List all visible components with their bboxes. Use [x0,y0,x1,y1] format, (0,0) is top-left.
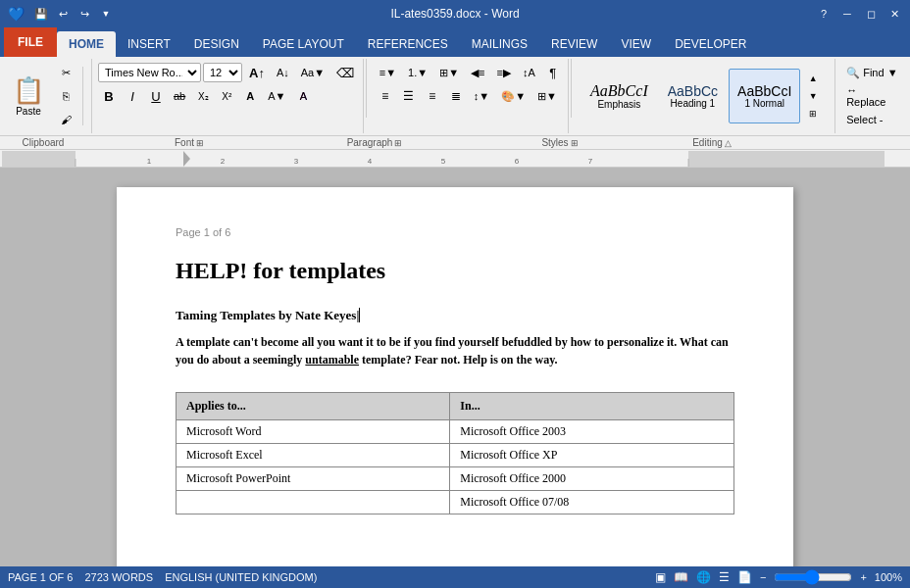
page[interactable]: Page 1 of 6 HELP! for templates Taming T… [117,187,793,566]
table-row: Microsoft Excel Microsoft Office XP [177,444,734,467]
restore-btn[interactable]: ◻ [863,6,879,22]
help-btn[interactable]: ? [816,6,832,22]
para-expand-btn[interactable]: ⊞ [394,138,402,148]
paste-button[interactable]: 📋 Paste [6,73,51,120]
layout-view-btn[interactable]: ▣ [655,570,666,584]
bold-btn[interactable]: B [98,85,120,107]
subscript-btn[interactable]: X₂ [192,85,214,107]
insert-tab[interactable]: INSERT [116,31,182,57]
align-right-btn[interactable]: ≡ [422,85,443,107]
decrease-indent-btn[interactable]: ◀≡ [466,62,489,83]
font-family-select[interactable]: Times New Ro... [98,63,201,82]
developer-tab[interactable]: DEVELOPER [663,31,758,57]
table-cell-2003: Microsoft Office 2003 [450,420,734,444]
customize-quick-btn[interactable]: ▼ [97,5,115,23]
subtitle-text[interactable]: Taming Templates by Nate Keyes [176,308,356,322]
change-case-btn[interactable]: Aa▼ [296,62,329,83]
show-marks-btn[interactable]: ¶ [542,62,564,83]
styles-scroll-down[interactable]: ▼ [802,87,824,105]
format-painter-button[interactable]: 🖌 [55,109,76,130]
line-spacing-btn[interactable]: ↕▼ [469,85,494,107]
superscript-btn[interactable]: X² [216,85,237,107]
zoom-in-btn[interactable]: + [860,571,866,583]
close-btn[interactable]: ✕ [886,6,902,22]
document-title: IL-ates0359.docx - Word [390,7,519,21]
font-size-select[interactable]: 12 [203,63,242,82]
redo-quick-btn[interactable]: ↪ [76,5,93,23]
highlight-btn[interactable]: A▼ [263,85,290,107]
copy-button[interactable]: ⎘ [55,85,76,107]
sep2 [366,59,367,118]
save-quick-btn[interactable]: 💾 [32,5,50,23]
file-tab[interactable]: FILE [4,27,57,57]
page-layout-tab[interactable]: PAGE LAYOUT [251,31,356,57]
references-tab[interactable]: REFERENCES [356,31,460,57]
font-row2: B I U ab X₂ X² A A▼ A [98,85,314,107]
undo-quick-btn[interactable]: ↩ [54,5,72,23]
styles-group: AaBbCcI Emphasis AaBbCc Heading 1 AaBbCc… [574,59,835,133]
style-emphasis[interactable]: AaBbCcI Emphasis [581,69,657,123]
justify-btn[interactable]: ≣ [445,85,467,107]
styles-scroll: ▲ ▼ ⊞ [802,70,824,122]
status-right: ▣ 📖 🌐 ☰ 📄 − + 100% [655,569,902,585]
font-size-decrease-btn[interactable]: A↓ [272,62,294,83]
font-expand-btn[interactable]: ⊞ [196,138,204,148]
table-cell-word: Microsoft Word [177,420,450,444]
minimize-btn[interactable]: ─ [839,6,855,22]
increase-indent-btn[interactable]: ≡▶ [491,62,515,83]
paragraph-group: ≡▼ 1.▼ ⊞▼ ◀≡ ≡▶ ↕A ¶ ≡ ☰ ≡ ≣ ↕▼ 🎨▼ ⊞▼ [369,59,569,133]
underline-btn[interactable]: U [145,85,167,107]
font-group: Times New Ro... 12 A↑ A↓ Aa▼ ⌫ B I U ab … [92,59,364,133]
font-row1: Times New Ro... 12 A↑ A↓ Aa▼ ⌫ [98,62,359,83]
styles-expand-btn[interactable]: ⊞ [571,138,579,148]
document-body[interactable]: A template can't become all you want it … [176,333,734,368]
bullets-btn[interactable]: ≡▼ [375,62,401,83]
design-tab[interactable]: DESIGN [182,31,251,57]
italic-btn[interactable]: I [122,85,143,107]
table-header-in: In... [450,393,734,420]
table-header-applies: Applies to... [177,393,450,420]
draft-view-btn[interactable]: 📄 [737,570,752,584]
borders-btn[interactable]: ⊞▼ [532,85,562,107]
find-btn[interactable]: 🔍 Find ▼ [841,62,902,83]
title-bar-left: 💙 💾 ↩ ↪ ▼ [8,5,115,23]
shading-btn[interactable]: 🎨▼ [496,85,531,107]
align-left-btn[interactable]: ≡ [375,85,396,107]
font-size-increase-btn[interactable]: A↑ [244,62,270,83]
multilevel-list-btn[interactable]: ⊞▼ [434,62,464,83]
outline-view-btn[interactable]: ☰ [719,570,730,584]
cut-button[interactable]: ✂ [55,62,76,83]
ribbon-content: 📋 Paste ✂ ⎘ 🖌 Times New Ro... 12 A↑ A↓ [0,57,910,135]
web-view-btn[interactable]: 🌐 [696,570,711,584]
table-cell-ppt: Microsoft PowerPoint [177,467,450,491]
font-color-btn[interactable]: A [239,85,261,107]
select-btn[interactable]: Select - [841,109,887,130]
review-tab[interactable]: REVIEW [539,31,609,57]
document-title-text[interactable]: HELP! for templates [176,258,734,284]
home-tab[interactable]: HOME [57,31,116,57]
mailings-tab[interactable]: MAILINGS [460,31,539,57]
editing-collapse-btn[interactable]: △ [725,138,732,148]
text-effects-btn[interactable]: A [292,85,314,107]
para-row2: ≡ ☰ ≡ ≣ ↕▼ 🎨▼ ⊞▼ [375,85,562,107]
zoom-out-btn[interactable]: − [760,571,766,583]
sort-btn[interactable]: ↕A [518,62,540,83]
zoom-slider[interactable] [774,569,852,585]
clear-format-btn[interactable]: ⌫ [331,62,359,83]
styles-scroll-up[interactable]: ▲ [802,70,824,87]
numbering-btn[interactable]: 1.▼ [403,62,432,83]
style-heading1[interactable]: AaBbCc Heading 1 [659,69,727,123]
ruler: 1 2 3 4 5 6 7 [0,150,910,168]
zoom-level: 100% [875,571,902,583]
style-normal[interactable]: AaBbCcI 1 Normal [729,69,800,123]
replace-btn[interactable]: ↔ Replace [841,85,904,107]
style-heading1-preview: AaBbCc [668,84,718,98]
document-subtitle: Taming Templates by Nate Keyes| [176,308,734,323]
styles-gallery: AaBbCcI Emphasis AaBbCc Heading 1 AaBbCc… [580,67,826,125]
strikethrough-btn[interactable]: ab [169,85,190,107]
read-view-btn[interactable]: 📖 [674,570,688,584]
align-center-btn[interactable]: ☰ [398,85,420,107]
styles-more-btn[interactable]: ⊞ [802,105,824,122]
status-language[interactable]: ENGLISH (UNITED KINGDOM) [165,571,317,583]
view-tab[interactable]: VIEW [609,31,663,57]
